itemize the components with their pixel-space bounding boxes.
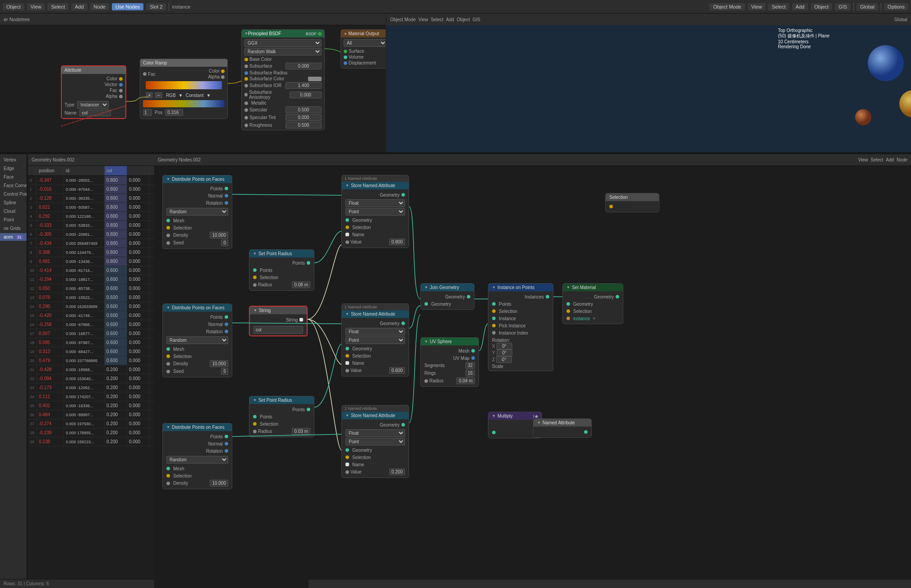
object-menu[interactable]: Object	[3, 3, 24, 10]
sna1-val[interactable]: 0.800	[389, 239, 405, 245]
viewport-view-menu[interactable]: View	[419, 17, 428, 22]
node-menu[interactable]: Node	[90, 3, 109, 10]
select-btn-right[interactable]: Select	[768, 3, 789, 10]
domain-faces-active[interactable]: aces 31	[0, 233, 27, 241]
viewport-add-menu[interactable]: Add	[446, 17, 454, 22]
roughness-val[interactable]: 0.500	[285, 122, 322, 129]
cell-pos: 0.402	[37, 401, 64, 410]
domain-spline[interactable]: Spline	[0, 199, 27, 207]
spr1-radius-socket	[253, 283, 257, 287]
bsdf-ss-select[interactable]: Random Walk	[244, 48, 322, 55]
spr1-radius-val[interactable]: 0.08 m	[292, 281, 310, 288]
ss-aniso-val[interactable]: 0.000	[290, 92, 322, 98]
cell-col: 0.600	[105, 329, 127, 338]
ss-ior-val[interactable]: 1.400	[285, 82, 322, 89]
cell-pos: -0.428	[37, 365, 64, 374]
gis-btn[interactable]: GIS	[835, 3, 851, 10]
viewport-scale: 10 Centimeters	[778, 39, 829, 44]
dist2-seed-val[interactable]: 5	[221, 368, 228, 375]
domain-face[interactable]: Face	[0, 173, 27, 181]
dist2-mode-select[interactable]: Random	[166, 336, 228, 344]
domain-vertex[interactable]: Vertex	[0, 156, 27, 164]
cell-idx: 22	[28, 374, 37, 383]
add-btn-right[interactable]: Add	[792, 3, 808, 10]
spr2-in-socket	[253, 415, 257, 418]
viewport-gis-menu[interactable]: GIS	[473, 17, 480, 22]
sna2-type2-select[interactable]: Point	[345, 336, 405, 344]
cell-col: 0.600	[105, 284, 127, 293]
uv-sphere-node: ▼ UV Sphere Mesh UV Map Segme	[420, 337, 479, 387]
use-nodes-btn[interactable]: Use Nodes	[112, 3, 143, 10]
ramp-pos-input[interactable]	[165, 109, 183, 116]
cell-idx: 0	[28, 176, 37, 184]
string-val-input[interactable]	[253, 326, 303, 334]
geo-select-menu[interactable]: Select	[871, 157, 883, 162]
dist1-seed-val[interactable]: 0	[221, 239, 228, 246]
domain-edge[interactable]: Edge	[0, 165, 27, 172]
iop-rot-x-val[interactable]: 0°	[497, 343, 512, 349]
viewport-select-menu[interactable]: Select	[431, 17, 443, 22]
ss-color-swatch[interactable]	[308, 77, 322, 81]
view-menu[interactable]: View	[27, 3, 45, 10]
uvsphere-segs-val[interactable]: 32	[465, 362, 475, 369]
ss-col-id[interactable]: id	[64, 166, 105, 175]
mat-all-select[interactable]: All	[344, 39, 386, 47]
domain-point[interactable]: Point	[0, 216, 27, 224]
dist3-density-val[interactable]: 10.000	[210, 480, 228, 487]
sna3-type1-select[interactable]: Float	[345, 429, 405, 437]
ramp-remove-btn[interactable]: −	[155, 92, 162, 98]
ss-col-position[interactable]: position	[37, 166, 64, 175]
ss-col-col[interactable]: col	[105, 166, 127, 175]
bsdf-ss-row: Random Walk	[244, 48, 322, 55]
domain-cloud[interactable]: Cloud	[0, 207, 27, 215]
sna2-type1-select[interactable]: Float	[345, 328, 405, 335]
specular-val[interactable]: 0.500	[285, 106, 322, 113]
spr2-points-in: Points	[253, 413, 310, 420]
object-btn-right[interactable]: Object	[811, 3, 833, 10]
sna3-val[interactable]: 0.200	[389, 469, 405, 475]
spec-tint-val[interactable]: 0.000	[285, 114, 322, 121]
join-geometry-node: ▼ Join Geometry Geometry Geometry	[420, 283, 474, 310]
domain-grids[interactable]: ne Grids	[0, 225, 27, 232]
global-btn[interactable]: Global	[856, 3, 878, 10]
domain-face-corner[interactable]: Face Corner	[0, 182, 27, 189]
dist3-mode-select[interactable]: Random	[166, 456, 228, 464]
view-btn-right[interactable]: View	[748, 3, 766, 10]
add-menu[interactable]: Add	[71, 3, 87, 10]
geo-view-menu[interactable]: View	[858, 157, 868, 162]
cell-pos: 0.479	[37, 356, 64, 365]
string-title: String	[259, 308, 271, 313]
subsurface-val[interactable]: 0.000	[285, 63, 322, 69]
mode-btn-right[interactable]: Object Mode	[709, 3, 745, 10]
ss-ior-label: Subsurface IOR	[249, 83, 281, 88]
sna1-type2-select[interactable]: Point	[345, 208, 405, 216]
sna1-type1-select[interactable]: Float	[345, 199, 405, 207]
iop-rot-y-val[interactable]: 0°	[497, 349, 512, 356]
attr-name-input[interactable]	[79, 110, 111, 116]
dist1-density-val[interactable]: 10.000	[210, 232, 228, 239]
spr2-radius-val[interactable]: 0.03 m	[292, 428, 310, 435]
fac-in-socket	[143, 72, 147, 76]
mult-out	[492, 422, 538, 429]
geo-add-menu[interactable]: Add	[886, 157, 894, 162]
slot-btn[interactable]: Slot 2	[146, 3, 166, 10]
viewport-object-menu[interactable]: Object	[457, 17, 470, 22]
sna2-val[interactable]: 0.600	[389, 367, 405, 374]
bsdf-body: GGX Random Walk Base Color	[242, 37, 324, 130]
sna3-type2-select[interactable]: Point	[345, 438, 405, 446]
iop-rot-z-val[interactable]: 0°	[496, 356, 512, 363]
uvsphere-radius-val[interactable]: 0.04 m	[456, 377, 475, 384]
ramp-index-input[interactable]	[143, 109, 152, 116]
spr1-points-out: Points	[253, 259, 310, 266]
attr-type-select[interactable]: Instancer Object	[77, 101, 109, 109]
dist2-density-val[interactable]: 10.000	[210, 360, 228, 367]
options-btn[interactable]: Options	[884, 3, 908, 10]
domain-control-point[interactable]: Control Point	[0, 190, 27, 198]
bsdf-dist-select[interactable]: GGX	[244, 39, 322, 47]
geo-node-menu[interactable]: Node	[897, 157, 907, 162]
ramp-add-btn[interactable]: +	[146, 92, 153, 98]
spr2-radius-row: Radius 0.03 m	[253, 427, 310, 435]
dist1-mode-select[interactable]: Random	[166, 208, 228, 216]
select-menu[interactable]: Select	[47, 3, 69, 10]
uvsphere-rings-val[interactable]: 16	[465, 370, 475, 377]
